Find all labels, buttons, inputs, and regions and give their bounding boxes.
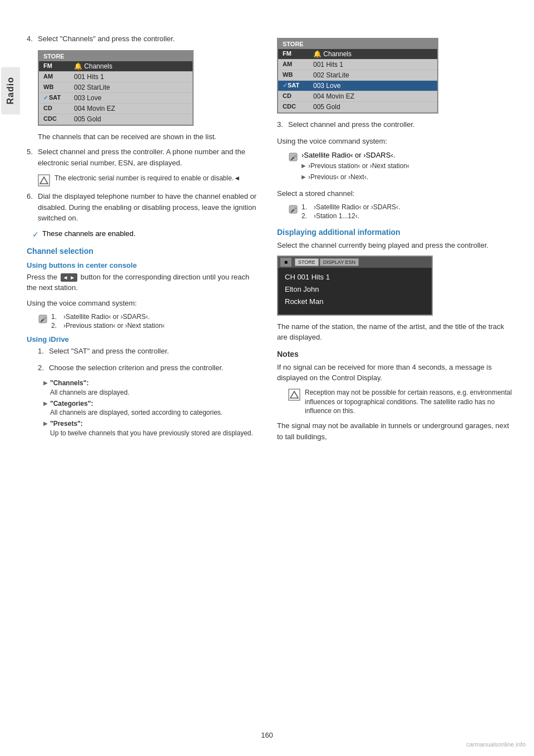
screen1-row-am: AM 001 Hits 1 [39,72,192,82]
displaying-text: Select the channel currently being playe… [277,240,516,251]
idrive-num-1: 1. [38,346,49,357]
watermark: carmanualsonline.info [466,741,526,748]
screen-back-icon: ■ [280,258,291,267]
arrow-icon-3: ▶ [43,420,48,426]
side-tab-label: Radio [1,67,20,114]
voice-group-right: 🎤 ›Satellite Radio‹ or ›SDARS‹. ▶ ›Previ… [288,151,516,184]
mic-icon-left: 🎤 [38,314,48,324]
check-line: ✓ These channels are enabled. [32,229,260,239]
voice-list-left: 🎤 1. ›Satellite Radio‹ or ›SDARS‹. 2. ›P… [38,313,260,330]
arrow-icon-2: ▶ [43,400,48,406]
stored-channel-header: Select a stored channel: [277,188,516,199]
step-5-text: Select channel and press the controller.… [38,146,260,168]
sub-bullet-presets: ▶ "Presets":Up to twelve channels that y… [43,419,260,438]
main-content: 4. Select "Channels" and press the contr… [21,0,534,756]
display-screen-header: ■ STORE DISPLAY ESN [278,257,432,268]
screen2-row-fm: FM 🔔 Channels [278,49,437,60]
idrive-num-2: 2. [38,362,49,374]
press-text-1: Press the [27,273,57,281]
sub-text-channels: "Channels":All channels are displayed. [50,379,130,397]
notes-text-2: The signal may not be available in tunne… [277,420,516,442]
screen2-row-am: AM 001 Hits 1 [278,60,437,70]
display-screen: ■ STORE DISPLAY ESN CH 001 Hits 1 Elton … [277,256,433,316]
screen2-row-wb: WB 002 StarLite [278,70,437,81]
display-note: The name of the station, the name of the… [277,321,516,343]
screen2-header: STORE [278,39,437,49]
svg-marker-9 [290,391,298,398]
left-column: 4. Select "Channels" and press the contr… [27,33,271,734]
sub-text-categories: "Categories":All channels are displayed,… [50,399,222,418]
note-box-right: Reception may not be possible for certai… [288,388,516,416]
arrow-icon-1: ▶ [43,380,48,386]
store-btn: STORE [295,258,319,266]
triangle-icon-right [288,389,300,401]
arrow-right-2: ▶ [301,174,306,180]
step-3-num: 3. [277,119,288,130]
screen1-header: STORE [39,51,192,61]
sub-text-presets: "Presets":Up to twelve channels that you… [50,419,253,438]
display-line-2: Elton John [285,283,425,296]
svg-text:🎤: 🎤 [40,316,47,323]
arrow-right-1: ▶ [301,163,306,169]
stored-item-2: 2. ›Station 1...12‹. [301,212,400,220]
step-4-text: Select "Channels" and press the controll… [38,33,260,45]
screen1-row-sat: ✓SAT 003 Love [39,93,192,104]
voice-num-1: 1. [51,313,61,321]
stored-channel-list: 🎤 1. ›Satellite Radio‹ or ›SDARS‹. 2. ›S… [288,203,516,220]
screen-mockup-1: STORE FM 🔔 Channels AM 001 Hits 1 WB 002… [38,50,194,126]
stored-items: 1. ›Satellite Radio‹ or ›SDARS‹. 2. ›Sta… [301,203,400,220]
page-container: Radio 4. Select "Channels" and press the… [0,0,534,756]
step-3-right: 3. Select channel and press the controll… [277,119,516,130]
check-text: These channels are enabled. [42,229,136,238]
voice-items-right: ›Satellite Radio‹ or ›SDARS‹. ▶ ›Previou… [301,151,409,184]
display-content: CH 001 Hits 1 Elton John Rocket Man [278,268,432,315]
voice-item-right-1: ›Satellite Radio‹ or ›SDARS‹. [301,151,409,159]
screen1-row-cdc: CDC 005 Gold [39,114,192,125]
idrive-step-2: 2. Choose the selection criterion and pr… [38,362,260,374]
idrive-text-2: Choose the selection criterion and press… [49,362,260,374]
press-button-para: Press the ◄ ► button for the correspondi… [27,272,260,293]
channels-note: The channels that can be received are sh… [38,131,260,143]
idrive-text-1: Select "SAT" and press the controller. [49,346,260,357]
voice-sub-right-1: ▶ ›Previous station‹ or ›Next station‹ [301,161,409,171]
voice-group-left: 🎤 1. ›Satellite Radio‹ or ›SDARS‹. 2. ›P… [38,313,260,330]
right-column: STORE FM 🔔 Channels AM 001 Hits 1 WB 002… [271,33,516,734]
svg-marker-1 [40,177,48,184]
display-esn-btn: DISPLAY ESN [320,258,359,266]
screen1-row-fm: FM 🔔 Channels [39,61,192,72]
notes-header: Notes [277,350,516,359]
sub-bullet-categories: ▶ "Categories":All channels are displaye… [43,399,260,418]
check-icon: ✓ [32,230,39,239]
idrive-list: 1. Select "SAT" and press the controller… [38,346,260,438]
step-3-text: Select channel and press the controller. [288,119,516,130]
step-6-num: 6. [27,191,38,224]
step-5: 5. Select channel and press the controll… [27,146,260,168]
voice-item-2: 2. ›Previous station‹ or ›Next station‹ [51,322,165,330]
note-box-1: The electronic serial number is required… [38,174,260,186]
side-tab: Radio [0,0,21,756]
stored-item-1: 1. ›Satellite Radio‹ or ›SDARS‹. [301,203,400,211]
note-text-1: The electronic serial number is required… [55,174,240,186]
screen2-row-sat: ✓SAT 003 Love [278,81,437,91]
using-idrive-header: Using iDrive [27,335,260,343]
page-number: 160 [261,731,273,739]
step-5-num: 5. [27,146,38,168]
voice-num-2: 2. [51,322,61,330]
screen1-row-wb: WB 002 StarLite [39,82,192,93]
display-line-3: Rocket Man [285,296,425,308]
channel-selection-header: Channel selection [27,247,260,256]
screen-mockup-2: STORE FM 🔔 Channels AM 001 Hits 1 WB 002… [277,38,438,114]
display-line-1: CH 001 Hits 1 [285,271,425,283]
step-6: 6. Dial the displayed telephone number t… [27,191,260,224]
voice-header-right: Using the voice command system: [277,136,516,147]
triangle-icon-1 [38,174,50,186]
voice-items-left: 1. ›Satellite Radio‹ or ›SDARS‹. 2. ›Pre… [51,313,165,330]
voice-text-2: ›Previous station‹ or ›Next station‹ [63,322,165,330]
voice-item-1: 1. ›Satellite Radio‹ or ›SDARS‹. [51,313,165,321]
notes-box-text: Reception may not be possible for certai… [305,388,516,416]
svg-text:🎤: 🎤 [290,154,297,161]
screen2-row-cdc: CDC 005 Gold [278,102,437,112]
voice-list-right: 🎤 ›Satellite Radio‹ or ›SDARS‹. ▶ ›Previ… [288,151,516,184]
screen2-row-cd: CD 004 Movin EZ [278,91,437,102]
voice-sub-right-2: ▶ ›Previous‹ or ›Next‹. [301,173,409,182]
